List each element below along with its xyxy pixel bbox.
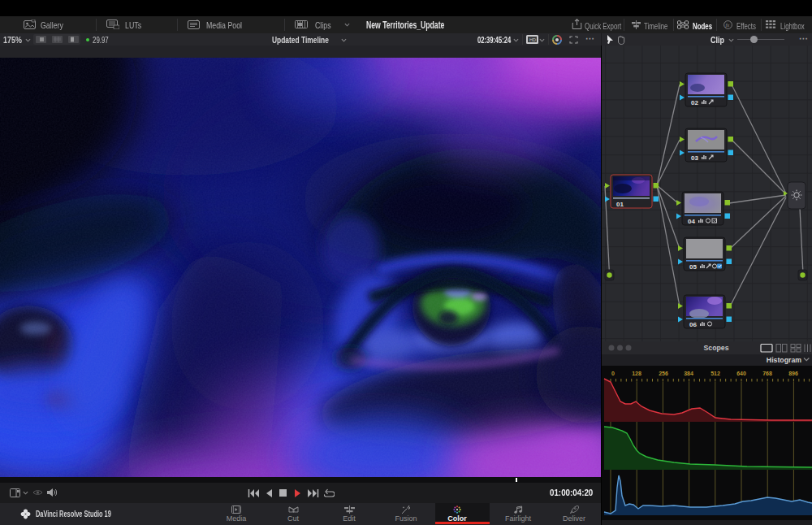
svg-text:fx: fx (725, 22, 729, 28)
svg-text:128: 128 (632, 371, 641, 376)
svg-text:HD: HD (529, 37, 536, 42)
svg-text:640: 640 (736, 371, 746, 376)
svg-text:384: 384 (684, 371, 693, 376)
svg-text:512: 512 (710, 371, 720, 376)
svg-text:06: 06 (689, 321, 697, 328)
svg-text:Histogram: Histogram (767, 356, 801, 364)
svg-text:04: 04 (688, 218, 695, 225)
svg-text:0: 0 (611, 371, 615, 376)
svg-text:256: 256 (659, 371, 668, 376)
svg-text:03: 03 (691, 154, 698, 162)
svg-text:05: 05 (689, 263, 697, 271)
svg-text:768: 768 (762, 371, 772, 376)
svg-text:02: 02 (691, 99, 698, 106)
svg-text:Scopes: Scopes (703, 344, 728, 352)
svg-text:896: 896 (788, 371, 798, 376)
svg-text:01: 01 (616, 201, 624, 208)
